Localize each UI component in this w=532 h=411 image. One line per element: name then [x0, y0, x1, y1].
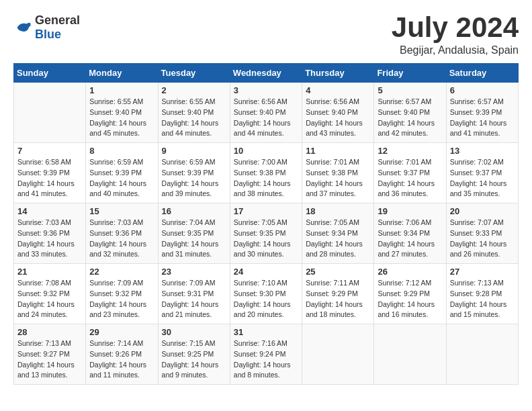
day-info: Sunrise: 7:00 AMSunset: 9:38 PMDaylight:…: [234, 157, 298, 199]
day-info: Sunrise: 7:03 AMSunset: 9:36 PMDaylight:…: [89, 218, 154, 260]
day-info: Sunrise: 6:59 AMSunset: 9:39 PMDaylight:…: [162, 157, 226, 199]
day-info: Sunrise: 7:12 AMSunset: 9:29 PMDaylight:…: [378, 278, 442, 320]
calendar-cell: 26Sunrise: 7:12 AMSunset: 9:29 PMDayligh…: [374, 264, 446, 324]
day-info: Sunrise: 7:07 AMSunset: 9:33 PMDaylight:…: [450, 218, 515, 260]
day-number: 27: [450, 267, 515, 277]
day-number: 5: [378, 85, 442, 95]
day-number: 6: [450, 85, 515, 95]
day-info: Sunrise: 6:56 AMSunset: 9:40 PMDaylight:…: [306, 97, 370, 139]
calendar-cell: 3Sunrise: 6:56 AMSunset: 9:40 PMDaylight…: [230, 83, 302, 143]
day-number: 18: [306, 206, 370, 216]
col-saturday: Saturday: [446, 64, 518, 83]
calendar-week-3: 14Sunrise: 7:03 AMSunset: 9:36 PMDayligh…: [14, 203, 519, 264]
col-wednesday: Wednesday: [230, 64, 302, 83]
calendar-cell: 9Sunrise: 6:59 AMSunset: 9:39 PMDaylight…: [158, 143, 230, 203]
calendar-cell: 22Sunrise: 7:09 AMSunset: 9:32 PMDayligh…: [86, 264, 158, 324]
calendar-cell: 19Sunrise: 7:06 AMSunset: 9:34 PMDayligh…: [374, 203, 446, 264]
calendar-week-5: 28Sunrise: 7:13 AMSunset: 9:27 PMDayligh…: [14, 324, 519, 385]
calendar-cell: 7Sunrise: 6:58 AMSunset: 9:39 PMDaylight…: [14, 143, 86, 203]
calendar-cell: 11Sunrise: 7:01 AMSunset: 9:38 PMDayligh…: [302, 143, 374, 203]
calendar-table: Sunday Monday Tuesday Wednesday Thursday…: [13, 63, 519, 385]
month-title: July 2024: [392, 13, 519, 42]
day-info: Sunrise: 7:09 AMSunset: 9:31 PMDaylight:…: [162, 278, 226, 320]
calendar-week-1: 1Sunrise: 6:55 AMSunset: 9:40 PMDaylight…: [14, 83, 519, 143]
calendar-cell: [446, 324, 518, 385]
col-thursday: Thursday: [302, 64, 374, 83]
day-info: Sunrise: 7:14 AMSunset: 9:26 PMDaylight:…: [89, 338, 154, 381]
day-info: Sunrise: 7:13 AMSunset: 9:28 PMDaylight:…: [450, 278, 515, 320]
day-number: 10: [234, 146, 298, 156]
day-number: 23: [162, 267, 226, 277]
day-info: Sunrise: 7:01 AMSunset: 9:38 PMDaylight:…: [306, 157, 370, 199]
day-number: 19: [378, 206, 442, 216]
day-number: 7: [17, 146, 82, 156]
calendar-week-2: 7Sunrise: 6:58 AMSunset: 9:39 PMDaylight…: [14, 143, 519, 203]
calendar-cell: 25Sunrise: 7:11 AMSunset: 9:29 PMDayligh…: [302, 264, 374, 324]
calendar-cell: 16Sunrise: 7:04 AMSunset: 9:35 PMDayligh…: [158, 203, 230, 264]
location: Begijar, Andalusia, Spain: [392, 44, 519, 56]
day-info: Sunrise: 7:06 AMSunset: 9:34 PMDaylight:…: [378, 218, 442, 260]
title-block: July 2024 Begijar, Andalusia, Spain: [392, 13, 519, 56]
calendar-cell: 5Sunrise: 6:57 AMSunset: 9:40 PMDaylight…: [374, 83, 446, 143]
calendar-cell: 21Sunrise: 7:08 AMSunset: 9:32 PMDayligh…: [14, 264, 86, 324]
calendar-cell: 1Sunrise: 6:55 AMSunset: 9:40 PMDaylight…: [86, 83, 158, 143]
day-number: 26: [378, 267, 442, 277]
day-number: 12: [378, 146, 442, 156]
day-info: Sunrise: 7:01 AMSunset: 9:37 PMDaylight:…: [378, 157, 442, 199]
calendar-cell: 17Sunrise: 7:05 AMSunset: 9:35 PMDayligh…: [230, 203, 302, 264]
calendar-cell: 31Sunrise: 7:16 AMSunset: 9:24 PMDayligh…: [230, 324, 302, 385]
day-info: Sunrise: 6:59 AMSunset: 9:39 PMDaylight:…: [89, 157, 154, 199]
day-number: 30: [162, 327, 226, 337]
day-number: 9: [162, 146, 226, 156]
calendar-cell: 13Sunrise: 7:02 AMSunset: 9:37 PMDayligh…: [446, 143, 518, 203]
calendar-cell: [14, 83, 86, 143]
day-info: Sunrise: 7:02 AMSunset: 9:37 PMDaylight:…: [450, 157, 515, 199]
day-number: 8: [89, 146, 154, 156]
day-number: 2: [162, 85, 226, 95]
day-info: Sunrise: 7:09 AMSunset: 9:32 PMDaylight:…: [89, 278, 154, 320]
day-info: Sunrise: 6:57 AMSunset: 9:39 PMDaylight:…: [450, 97, 515, 139]
calendar-cell: 24Sunrise: 7:10 AMSunset: 9:30 PMDayligh…: [230, 264, 302, 324]
day-number: 31: [234, 327, 298, 337]
logo-text: General Blue: [35, 13, 80, 42]
day-number: 20: [450, 206, 515, 216]
day-number: 21: [17, 267, 82, 277]
calendar-cell: 12Sunrise: 7:01 AMSunset: 9:37 PMDayligh…: [374, 143, 446, 203]
logo-blue: Blue: [35, 28, 61, 41]
day-info: Sunrise: 7:04 AMSunset: 9:35 PMDaylight:…: [162, 218, 226, 260]
logo: General Blue: [13, 13, 80, 42]
calendar-cell: 8Sunrise: 6:59 AMSunset: 9:39 PMDaylight…: [86, 143, 158, 203]
day-info: Sunrise: 6:57 AMSunset: 9:40 PMDaylight:…: [378, 97, 442, 139]
calendar-cell: 6Sunrise: 6:57 AMSunset: 9:39 PMDaylight…: [446, 83, 518, 143]
calendar-cell: [374, 324, 446, 385]
logo-icon: [13, 18, 32, 37]
col-friday: Friday: [374, 64, 446, 83]
day-number: 24: [234, 267, 298, 277]
calendar-cell: 15Sunrise: 7:03 AMSunset: 9:36 PMDayligh…: [86, 203, 158, 264]
logo-general: General: [35, 13, 80, 27]
day-number: 17: [234, 206, 298, 216]
day-number: 22: [89, 267, 154, 277]
calendar-cell: 4Sunrise: 6:56 AMSunset: 9:40 PMDaylight…: [302, 83, 374, 143]
day-info: Sunrise: 6:55 AMSunset: 9:40 PMDaylight:…: [162, 97, 226, 139]
calendar-week-4: 21Sunrise: 7:08 AMSunset: 9:32 PMDayligh…: [14, 264, 519, 324]
day-number: 29: [89, 327, 154, 337]
page-header: General Blue July 2024 Begijar, Andalusi…: [13, 13, 519, 56]
calendar-cell: 23Sunrise: 7:09 AMSunset: 9:31 PMDayligh…: [158, 264, 230, 324]
day-number: 3: [234, 85, 298, 95]
day-info: Sunrise: 7:11 AMSunset: 9:29 PMDaylight:…: [306, 278, 370, 320]
day-info: Sunrise: 6:56 AMSunset: 9:40 PMDaylight:…: [234, 97, 298, 139]
calendar-cell: 20Sunrise: 7:07 AMSunset: 9:33 PMDayligh…: [446, 203, 518, 264]
calendar-cell: 18Sunrise: 7:05 AMSunset: 9:34 PMDayligh…: [302, 203, 374, 264]
day-number: 15: [89, 206, 154, 216]
day-info: Sunrise: 7:05 AMSunset: 9:34 PMDaylight:…: [306, 218, 370, 260]
calendar-cell: 29Sunrise: 7:14 AMSunset: 9:26 PMDayligh…: [86, 324, 158, 385]
calendar-cell: 2Sunrise: 6:55 AMSunset: 9:40 PMDaylight…: [158, 83, 230, 143]
day-info: Sunrise: 7:16 AMSunset: 9:24 PMDaylight:…: [234, 338, 298, 381]
day-info: Sunrise: 6:58 AMSunset: 9:39 PMDaylight:…: [17, 157, 82, 199]
day-number: 14: [17, 206, 82, 216]
day-number: 25: [306, 267, 370, 277]
day-info: Sunrise: 7:10 AMSunset: 9:30 PMDaylight:…: [234, 278, 298, 320]
day-info: Sunrise: 6:55 AMSunset: 9:40 PMDaylight:…: [89, 97, 154, 139]
day-number: 4: [306, 85, 370, 95]
